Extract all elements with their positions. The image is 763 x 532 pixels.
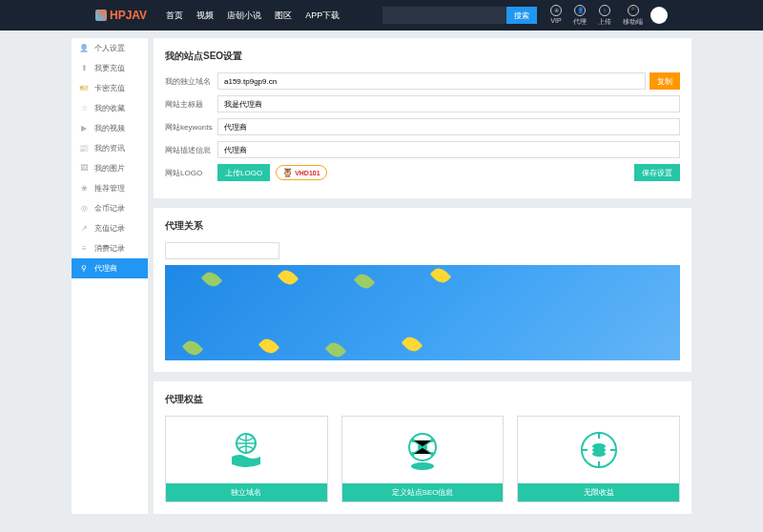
sidebar-item-11[interactable]: ⚲代理商 <box>72 258 148 278</box>
sidebar-item-1[interactable]: ⬆我要充值 <box>72 58 148 78</box>
sidebar-icon: ≡ <box>79 244 89 254</box>
seo-input-3[interactable] <box>217 141 680 158</box>
benefit-button-1[interactable]: 定义站点SEO信息 <box>342 483 504 501</box>
sidebar-item-5[interactable]: 📰我的资讯 <box>72 138 148 158</box>
benefits-card: 代理权益 独立域名定义站点SEO信息无限收益 <box>154 381 691 514</box>
seo-input-0[interactable] <box>217 72 646 90</box>
sidebar-item-0[interactable]: 👤个人设置 <box>72 38 148 58</box>
seo-row-3: 网站描述信息 <box>165 141 680 158</box>
benefit-0: 独立域名 <box>165 416 328 502</box>
svg-point-11 <box>592 451 606 457</box>
sidebar-item-10[interactable]: ≡消费记录 <box>72 238 148 258</box>
seo-row-2: 网站keywords <box>165 118 680 135</box>
benefit-2: 无限收益 <box>517 416 680 502</box>
seo-label: 我的独立域名 <box>165 76 217 87</box>
sidebar-label: 我的图片 <box>94 163 125 174</box>
benefit-icon <box>342 417 504 483</box>
sidebar-label: 我的视频 <box>94 123 125 133</box>
seo-input-2[interactable] <box>217 118 680 135</box>
sidebar-item-9[interactable]: ↗充值记录 <box>72 218 148 238</box>
seo-label: 网站描述信息 <box>165 145 217 155</box>
sidebar-label: 代理商 <box>94 263 117 274</box>
sidebar-icon: ☆ <box>79 104 89 113</box>
sidebar-item-7[interactable]: ❀推荐管理 <box>72 178 148 198</box>
sidebar-icon: ↗ <box>79 224 89 234</box>
header-icon-2[interactable]: ↑上传 <box>598 5 611 27</box>
svg-point-7 <box>411 462 434 470</box>
sidebar-label: 我要充值 <box>94 63 125 73</box>
header-icons: ♔VIP👤代理↑上传📱移动端 <box>550 5 643 27</box>
header: HPJAV 首页视频唐朝小说图区APP下载 搜索 ♔VIP👤代理↑上传📱移动端 <box>0 0 763 31</box>
sidebar-label: 消费记录 <box>94 243 125 254</box>
save-button[interactable]: 保存设置 <box>634 164 680 181</box>
sidebar-label: 我的资讯 <box>94 143 125 153</box>
header-icon-glyph: ↑ <box>599 5 610 16</box>
sidebar-item-4[interactable]: ▶我的视频 <box>72 118 148 138</box>
seo-card: 我的站点SEO设置 我的独立域名复制网站主标题网站keywords网站描述信息 … <box>154 38 691 198</box>
sidebar-icon: ◎ <box>79 204 89 214</box>
sidebar-icon: ⚲ <box>79 264 89 274</box>
avatar[interactable] <box>650 7 668 24</box>
sidebar-item-2[interactable]: 🎫卡密充值 <box>72 78 148 98</box>
header-icon-0[interactable]: ♔VIP <box>550 5 562 27</box>
sidebar-label: 金币记录 <box>94 203 125 214</box>
relation-card: 代理关系 <box>154 208 691 372</box>
sidebar-label: 推荐管理 <box>94 183 125 194</box>
benefit-icon <box>518 417 679 483</box>
header-icon-label: 上传 <box>598 17 611 27</box>
sidebar-item-6[interactable]: 🖼我的图片 <box>72 158 148 178</box>
logo[interactable]: HPJAV <box>95 9 147 22</box>
sidebar-label: 个人设置 <box>94 43 125 53</box>
seo-row-1: 网站主标题 <box>165 95 680 113</box>
nav-0[interactable]: 首页 <box>166 10 183 22</box>
seo-label: 网站keywords <box>165 122 217 133</box>
sidebar-icon: 👤 <box>79 44 89 53</box>
search-button[interactable]: 搜索 <box>506 7 537 24</box>
header-icon-glyph: 📱 <box>628 5 639 16</box>
header-icon-1[interactable]: 👤代理 <box>573 5 587 27</box>
relation-title: 代理关系 <box>165 219 680 233</box>
upload-logo-button[interactable]: 上传LOGO <box>217 164 270 181</box>
seo-title: 我的站点SEO设置 <box>165 50 680 63</box>
header-icon-glyph: ♔ <box>550 5 562 16</box>
benefit-button-2[interactable]: 无限收益 <box>518 483 679 501</box>
sidebar-icon: 📰 <box>79 144 89 153</box>
sidebar-icon: ▶ <box>79 124 89 133</box>
sidebar-icon: ❀ <box>79 184 89 194</box>
benefit-button-0[interactable]: 独立域名 <box>166 483 327 501</box>
sidebar-icon: ⬆ <box>79 64 89 73</box>
search-input[interactable] <box>382 7 506 24</box>
seo-input-1[interactable] <box>217 95 680 113</box>
copy-button[interactable]: 复制 <box>650 72 680 90</box>
header-icon-label: VIP <box>550 17 561 24</box>
sidebar: 👤个人设置⬆我要充值🎫卡密充值☆我的收藏▶我的视频📰我的资讯🖼我的图片❀推荐管理… <box>72 38 148 514</box>
search-box: 搜索 <box>382 7 537 24</box>
header-icon-glyph: 👤 <box>574 5 586 16</box>
sidebar-icon: 🎫 <box>79 84 89 93</box>
sidebar-label: 卡密充值 <box>94 83 125 93</box>
seo-row-0: 我的独立域名复制 <box>165 72 680 90</box>
logo-icon <box>95 10 107 21</box>
relation-input[interactable] <box>165 242 279 259</box>
sidebar-item-3[interactable]: ☆我的收藏 <box>72 98 148 118</box>
nav-1[interactable]: 视频 <box>196 10 214 22</box>
benefit-icon <box>166 417 327 483</box>
benefit-1: 定义站点SEO信息 <box>341 416 505 502</box>
logo-label: 网站LOGO <box>165 168 217 178</box>
logo-badge: 🦉VHD101 <box>276 165 326 180</box>
benefits-title: 代理权益 <box>165 393 680 406</box>
sidebar-label: 充值记录 <box>94 223 125 234</box>
seo-label: 网站主标题 <box>165 99 217 110</box>
sidebar-item-8[interactable]: ◎金币记录 <box>72 198 148 218</box>
nav-3[interactable]: 图区 <box>275 10 292 22</box>
banner-image <box>165 265 680 360</box>
main-nav: 首页视频唐朝小说图区APP下载 <box>166 10 340 22</box>
header-icon-label: 代理 <box>573 17 587 27</box>
nav-2[interactable]: 唐朝小说 <box>227 10 261 22</box>
header-icon-3[interactable]: 📱移动端 <box>623 5 643 27</box>
sidebar-label: 我的收藏 <box>94 103 125 113</box>
nav-4[interactable]: APP下载 <box>305 10 340 22</box>
logo-text: HPJAV <box>110 9 147 22</box>
header-icon-label: 移动端 <box>623 17 643 27</box>
sidebar-icon: 🖼 <box>79 164 89 174</box>
